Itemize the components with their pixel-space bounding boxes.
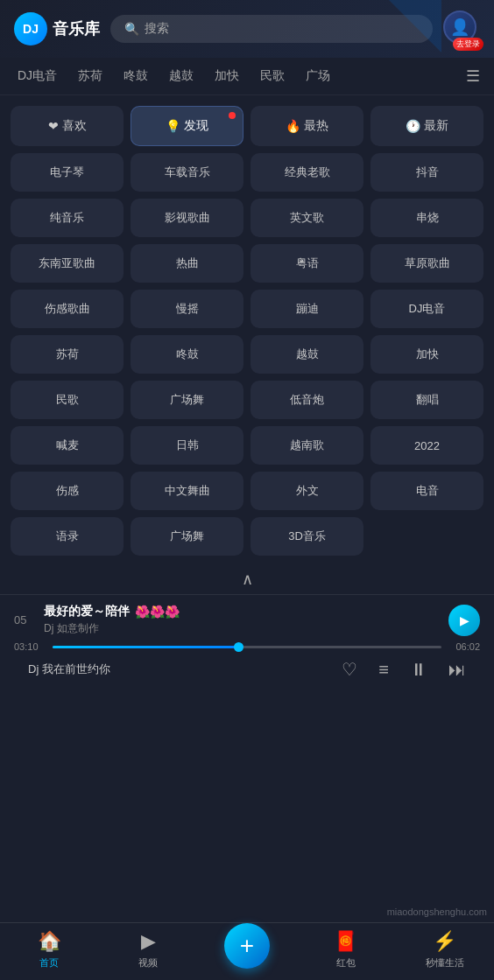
avatar-container[interactable]: 👤 去登录 xyxy=(443,10,480,47)
collapse-button[interactable]: ∧ xyxy=(242,570,253,589)
music-grid-row7: 喊麦 日韩 越南歌 2022 xyxy=(11,426,483,465)
music-item[interactable]: 抖音 xyxy=(370,153,483,192)
music-item[interactable]: 纯音乐 xyxy=(11,199,124,237)
player-section: 05 最好的爱～陪伴 🌺🌺🌺 Dj 如意制作 ▶ 03:10 06:02 Dj … xyxy=(0,594,494,687)
music-item[interactable]: 伤感 xyxy=(11,472,124,510)
music-item[interactable]: 蹦迪 xyxy=(251,290,363,328)
heart-icon: ❤ xyxy=(48,119,59,133)
life-icon: ⚡ xyxy=(433,930,456,953)
redpacket-label: 红包 xyxy=(336,956,356,970)
discover-dot xyxy=(229,112,236,119)
redpacket-icon: 🧧 xyxy=(334,930,357,953)
login-badge[interactable]: 去登录 xyxy=(453,38,483,51)
music-item[interactable]: 加快 xyxy=(370,335,483,374)
music-item[interactable]: 影视歌曲 xyxy=(131,199,243,237)
nav-menu-icon[interactable]: ☰ xyxy=(459,58,487,94)
search-placeholder: 搜索 xyxy=(145,21,169,37)
music-grid-row6: 民歌 广场舞 低音炮 翻唱 xyxy=(11,381,483,419)
track-number: 05 xyxy=(14,613,35,626)
bottom-nav-life[interactable]: ⚡ 秒懂生活 xyxy=(395,930,494,970)
track-title: 最好的爱～陪伴 🌺🌺🌺 xyxy=(44,604,440,620)
mini-play-button[interactable]: ▶ xyxy=(448,605,480,636)
music-item[interactable]: 英文歌 xyxy=(251,199,363,237)
music-item[interactable]: 2022 xyxy=(370,426,483,465)
music-item[interactable]: 民歌 xyxy=(11,381,124,419)
main-content: ❤ 喜欢 💡 发现 🔥 最热 🕐 最新 电子琴 车载音乐 经典老歌 抖音 纯音乐… xyxy=(0,95,494,594)
nav-tab-suhe[interactable]: 苏荷 xyxy=(67,60,113,93)
cat-tab-hot[interactable]: 🔥 最热 xyxy=(251,106,363,146)
logo[interactable]: DJ 音乐库 xyxy=(14,12,100,46)
home-icon: 🏠 xyxy=(38,930,61,953)
add-button[interactable]: + xyxy=(224,923,270,969)
cat-tab-new[interactable]: 🕐 最新 xyxy=(370,106,483,146)
music-item[interactable]: 喊麦 xyxy=(11,426,124,465)
music-item[interactable]: 越鼓 xyxy=(251,335,363,374)
fire-icon: 🔥 xyxy=(286,119,300,133)
search-bar[interactable]: 🔍 搜索 xyxy=(110,15,433,43)
music-grid-row9: 语录 广场舞 3D音乐 xyxy=(11,517,483,556)
current-song-title: Dj 我在前世约你 xyxy=(28,662,342,677)
music-item[interactable]: 伤感歌曲 xyxy=(11,290,124,328)
watermark: miaodongshenghu.com xyxy=(380,903,494,920)
music-item[interactable]: 经典老歌 xyxy=(251,153,363,192)
music-item[interactable]: 粤语 xyxy=(251,244,363,283)
music-item[interactable]: 咚鼓 xyxy=(131,335,243,374)
progress-thumb xyxy=(234,642,243,652)
music-grid-row8: 伤感 中文舞曲 外文 电音 xyxy=(11,472,483,510)
bottom-nav-add[interactable]: + xyxy=(198,932,297,969)
music-item[interactable]: 语录 xyxy=(11,517,124,556)
music-item[interactable]: DJ电音 xyxy=(370,290,483,328)
heart-button[interactable]: ♡ xyxy=(342,659,357,680)
cat-tab-discover-label: 发现 xyxy=(184,118,208,134)
nav-tab-yuegu[interactable]: 越鼓 xyxy=(159,60,204,93)
progress-total: 06:02 xyxy=(448,641,480,652)
playlist-button[interactable]: ≡ xyxy=(378,660,389,680)
clock-icon: 🕐 xyxy=(406,119,420,133)
cat-tab-favorites-label: 喜欢 xyxy=(62,118,87,134)
search-icon: 🔍 xyxy=(124,22,139,36)
music-grid-row2: 纯音乐 影视歌曲 英文歌 串烧 xyxy=(11,199,483,237)
progress-bar[interactable] xyxy=(53,646,441,648)
music-item[interactable]: 广场舞 xyxy=(131,517,243,556)
music-item[interactable]: 日韩 xyxy=(131,426,243,465)
nav-tab-djdianyin[interactable]: DJ电音 xyxy=(7,60,67,93)
pause-button[interactable]: ⏸ xyxy=(410,660,427,680)
music-item[interactable]: 中文舞曲 xyxy=(131,472,243,510)
music-item[interactable]: 东南亚歌曲 xyxy=(11,244,124,283)
nav-tab-guangchang[interactable]: 广场 xyxy=(295,60,341,93)
music-item[interactable]: 草原歌曲 xyxy=(370,244,483,283)
music-item[interactable]: 3D音乐 xyxy=(251,517,363,556)
nav-tab-dongu[interactable]: 咚鼓 xyxy=(113,60,159,93)
nav-tab-minge[interactable]: 民歌 xyxy=(250,60,295,93)
video-label: 视频 xyxy=(138,956,158,970)
nav-tabs: DJ电音 苏荷 咚鼓 越鼓 加快 民歌 广场 ☰ xyxy=(0,58,494,95)
music-item[interactable]: 低音炮 xyxy=(251,381,363,419)
music-item[interactable]: 越南歌 xyxy=(251,426,363,465)
player-track-info: 最好的爱～陪伴 🌺🌺🌺 Dj 如意制作 xyxy=(44,604,440,636)
music-item[interactable]: 慢摇 xyxy=(131,290,243,328)
bottom-nav-video[interactable]: ▶ 视频 xyxy=(99,930,198,970)
music-item[interactable]: 外文 xyxy=(251,472,363,510)
music-item[interactable]: 车载音乐 xyxy=(131,153,243,192)
cat-tab-favorites[interactable]: ❤ 喜欢 xyxy=(11,106,124,146)
nav-tab-jiakuai[interactable]: 加快 xyxy=(204,60,250,93)
next-button[interactable]: ⏭ xyxy=(448,660,466,680)
light-icon: 💡 xyxy=(166,119,180,133)
track-emoji: 🌺🌺🌺 xyxy=(135,605,180,619)
category-tabs: ❤ 喜欢 💡 发现 🔥 最热 🕐 最新 xyxy=(11,106,483,146)
music-item[interactable]: 电子琴 xyxy=(11,153,124,192)
cat-tab-discover[interactable]: 💡 发现 xyxy=(131,106,243,146)
music-item[interactable]: 电音 xyxy=(370,472,483,510)
music-item[interactable]: 广场舞 xyxy=(131,381,243,419)
video-icon: ▶ xyxy=(141,930,156,953)
music-item[interactable]: 翻唱 xyxy=(370,381,483,419)
header: DJ 音乐库 🔍 搜索 👤 去登录 xyxy=(0,0,494,58)
progress-fill xyxy=(53,646,239,648)
bottom-nav-home[interactable]: 🏠 首页 xyxy=(0,930,99,970)
bottom-nav-redpacket[interactable]: 🧧 红包 xyxy=(296,930,395,970)
collapse-row: ∧ xyxy=(11,563,483,594)
music-item[interactable]: 热曲 xyxy=(131,244,243,283)
music-item[interactable]: 串烧 xyxy=(370,199,483,237)
bottom-nav: 🏠 首页 ▶ 视频 + 🧧 红包 ⚡ 秒懂生活 xyxy=(0,922,494,980)
music-item[interactable]: 苏荷 xyxy=(11,335,124,374)
